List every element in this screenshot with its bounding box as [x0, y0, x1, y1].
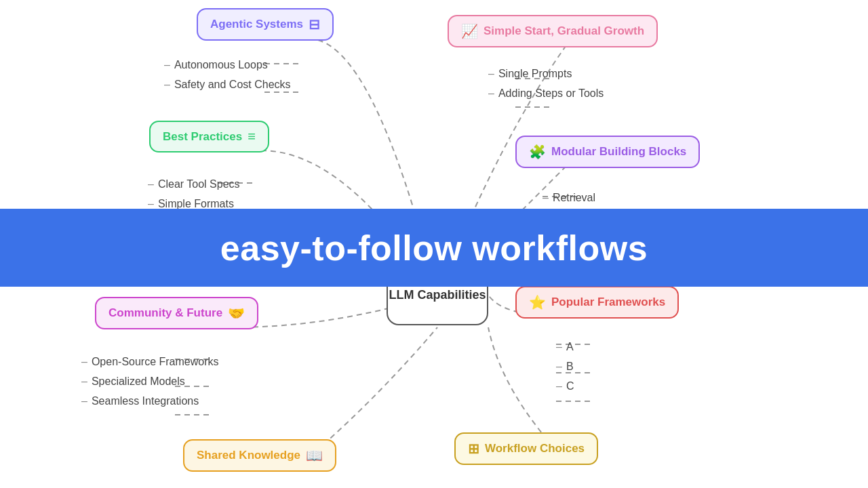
community-label: Community & Future: [108, 306, 222, 320]
node-agentic: Agentic Systems ⊟: [197, 8, 334, 41]
mind-map: .conn { stroke: #999; stroke-width: 2; f…: [0, 0, 868, 488]
agentic-subitems: Autonomous Loops Safety and Cost Checks: [164, 56, 291, 95]
modular-sub-1: Retrieval: [542, 188, 595, 208]
community-icon: 🤝: [228, 305, 245, 321]
community-sub-3: Seamless Integrations: [81, 392, 219, 411]
simple-sub-2: Adding Steps or Tools: [488, 84, 604, 104]
popular-label: Popular Frameworks: [551, 296, 665, 309]
agentic-label: Agentic Systems: [210, 18, 303, 31]
modular-icon: 🧩: [529, 144, 546, 160]
popular-icon: ⭐: [529, 294, 546, 310]
agentic-sub-1: Autonomous Loops: [164, 56, 291, 75]
best-practices-icon: ≡: [248, 129, 256, 144]
agentic-icon: ⊟: [309, 16, 320, 33]
modular-subitems: Retrieval: [542, 188, 595, 208]
center-label: LLM Capabilities: [389, 288, 486, 302]
popular-subitems: A B C: [556, 338, 574, 396]
simple-sub-1: Single Prompts: [488, 64, 604, 84]
workflow-label: Workflow Choices: [485, 442, 585, 455]
banner-text: easy-to-follow workflows: [220, 228, 648, 268]
best-practices-subitems: Clear Tool Specs Simple Formats: [148, 175, 240, 214]
community-sub-2: Specialized Models: [81, 372, 219, 392]
modular-label: Modular Building Blocks: [551, 145, 686, 159]
simple-start-icon: 📈: [461, 23, 478, 39]
banner: easy-to-follow workflows: [0, 209, 868, 287]
agentic-sub-2: Safety and Cost Checks: [164, 75, 291, 95]
shared-icon: 📖: [306, 447, 323, 464]
shared-label: Shared Knowledge: [197, 449, 300, 462]
simple-start-subitems: Single Prompts Adding Steps or Tools: [488, 64, 604, 104]
node-shared: Shared Knowledge 📖: [183, 439, 336, 472]
popular-sub-b: B: [556, 357, 574, 377]
workflow-icon: ⊞: [468, 441, 479, 457]
community-sub-1: Open-Source Frameworks: [81, 352, 219, 372]
node-best-practices: Best Practices ≡: [149, 121, 269, 152]
popular-sub-c: C: [556, 377, 574, 396]
node-modular: 🧩 Modular Building Blocks: [515, 136, 700, 168]
simple-start-label: Simple Start, Gradual Growth: [484, 24, 644, 38]
node-popular: ⭐ Popular Frameworks: [515, 286, 679, 319]
community-subitems: Open-Source Frameworks Specialized Model…: [81, 352, 219, 411]
node-simple-start: 📈 Simple Start, Gradual Growth: [448, 15, 658, 47]
node-workflow: ⊞ Workflow Choices: [454, 432, 598, 465]
popular-sub-a: A: [556, 338, 574, 357]
best-practices-label: Best Practices: [163, 130, 242, 144]
best-sub-1: Clear Tool Specs: [148, 175, 240, 195]
node-community: Community & Future 🤝: [95, 297, 258, 329]
